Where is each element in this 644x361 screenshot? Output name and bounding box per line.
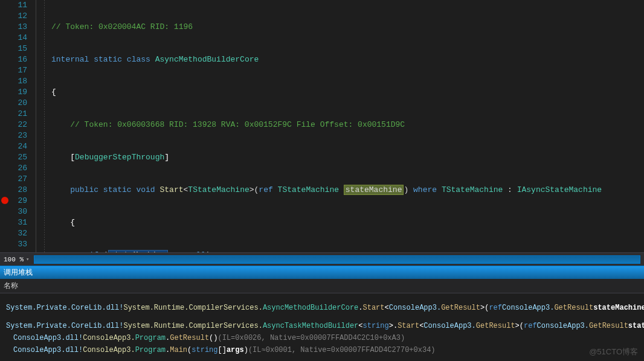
keyword: string: [192, 344, 217, 356]
keyword: public: [70, 185, 98, 194]
watermark: @51CTO博客: [589, 347, 638, 357]
angle: >: [515, 320, 520, 332]
angle: >: [389, 320, 393, 332]
chevron-down-icon[interactable]: ▾: [26, 256, 29, 263]
brace: {: [70, 218, 75, 227]
angle: <: [419, 320, 423, 332]
line-number: 17: [9, 65, 27, 76]
class-name: Program: [135, 332, 166, 344]
line-number: 30: [9, 206, 27, 217]
method-name: Start: [160, 185, 184, 194]
type-param: TStateMachine: [278, 185, 339, 194]
line-number: 11: [9, 0, 27, 11]
dot: .: [166, 344, 170, 356]
callstack-column-header[interactable]: 名称: [0, 279, 644, 293]
paren: (: [187, 344, 192, 356]
line-number: 12: [9, 11, 27, 22]
line-number: 21: [9, 109, 27, 120]
operator: ==: [168, 251, 187, 252]
module-name: ConsoleApp3.dll!: [13, 344, 83, 356]
param-type: GetResult: [589, 320, 628, 332]
generic-ns: ConsoleApp3.: [423, 320, 475, 332]
line-number: 22: [9, 120, 27, 130]
method-name: Start: [398, 320, 419, 332]
keyword: ref: [259, 185, 272, 194]
line-number: 25: [9, 152, 27, 163]
glyph-margin: [0, 0, 9, 252]
stack-frame[interactable]: System.Private.CoreLib.dll!System.Runtim…: [0, 320, 644, 332]
line-number: 28: [9, 185, 27, 196]
highlight-ref: stateMachine: [108, 250, 169, 252]
zoom-level[interactable]: 100 %: [4, 256, 24, 263]
line-number: 33: [9, 239, 27, 250]
zoom-bar: 100 %▾: [0, 252, 644, 266]
line-number: 16: [9, 54, 27, 65]
class-name: Program: [135, 344, 166, 356]
line-number: 18: [9, 76, 27, 87]
callstack-panel-header[interactable]: 调用堆栈: [0, 266, 644, 279]
keyword: static: [94, 55, 122, 64]
class-name: AsyncMethodBuilderCore: [263, 302, 358, 314]
stack-frame-current[interactable]: System.Private.CoreLib.dll!System.Runtim…: [0, 296, 644, 320]
keyword: if: [89, 251, 98, 252]
stack-frame[interactable]: ConsoleApp3.dll!ConsoleApp3.Program.Main…: [0, 344, 644, 356]
paren: ): [206, 251, 211, 252]
generic-type: GetResult: [441, 302, 480, 314]
type-param: TStateMachine: [442, 185, 503, 194]
line-number: 15: [9, 43, 27, 54]
keyword: internal: [51, 55, 89, 64]
code-content[interactable]: // Token: 0x020004AC RID: 1196 internal …: [51, 0, 644, 252]
annotation-arrow: [0, 359, 644, 361]
dot: .: [166, 332, 170, 344]
callstack-panel: System.Private.CoreLib.dll!System.Runtim…: [0, 293, 644, 359]
class-name: AsyncTaskMethodBuilder: [263, 320, 358, 332]
line-number: 19: [9, 87, 27, 98]
param-type: GetResult: [554, 302, 593, 314]
paren: (): [209, 332, 217, 344]
paren: ): [244, 344, 248, 356]
attribute: DebuggerStepThrough: [75, 153, 164, 162]
namespace: ConsoleApp3.: [83, 344, 135, 356]
indent-guides: [33, 0, 51, 252]
angle: >: [480, 302, 485, 314]
il-offset: (IL=0x0026, Native=0x00007FFADD4C2C10+0x…: [217, 332, 405, 344]
namespace: ConsoleApp3.: [83, 332, 135, 344]
comment: // Token: 0x020004AC RID: 1196: [51, 22, 193, 31]
line-number: 27: [9, 174, 27, 185]
horizontal-scrollbar[interactable]: [34, 255, 640, 264]
paren: (: [520, 320, 524, 332]
keyword: static: [103, 185, 132, 194]
module-name: ConsoleApp3.dll!: [13, 332, 83, 344]
method-name: Start: [363, 302, 385, 314]
line-number: 29: [9, 196, 27, 206]
angle: <: [385, 302, 389, 314]
namespace: System.Runtime.CompilerServices.: [123, 320, 262, 332]
dot: .: [358, 302, 362, 314]
line-number: 20: [9, 98, 27, 109]
generic-ns: ConsoleApp3.: [389, 302, 441, 314]
code-editor[interactable]: 11 12 13 14 15 16 17 18 19 20 21 22 23 2…: [0, 0, 644, 252]
bracket: [: [70, 153, 75, 162]
keyword: ref: [489, 302, 502, 314]
array-brackets: []: [218, 344, 227, 356]
param-ns: ConsoleApp3.: [502, 302, 554, 314]
line-number: 31: [9, 217, 27, 228]
param-ns: ConsoleApp3.: [537, 320, 589, 332]
keyword: ref: [524, 320, 537, 332]
frame-arrow-spacer: [4, 347, 11, 354]
stack-frame[interactable]: ConsoleApp3.dll!ConsoleApp3.Program.GetR…: [0, 332, 644, 344]
line-number: 14: [9, 33, 27, 43]
breakpoint-icon[interactable]: [1, 197, 8, 204]
paren: (: [485, 302, 489, 314]
line-number: 23: [9, 130, 27, 141]
method-name: GetResult: [170, 332, 209, 344]
line-number: 32: [9, 228, 27, 239]
keyword: null: [187, 251, 205, 252]
dot: .: [393, 320, 398, 332]
keyword: string: [363, 320, 389, 332]
param-name: stateMachine: [593, 302, 644, 314]
keyword: where: [413, 185, 437, 194]
generic-type: GetResult: [476, 320, 515, 332]
method-name: Main: [170, 344, 187, 356]
highlight-param: stateMachine: [344, 185, 404, 195]
